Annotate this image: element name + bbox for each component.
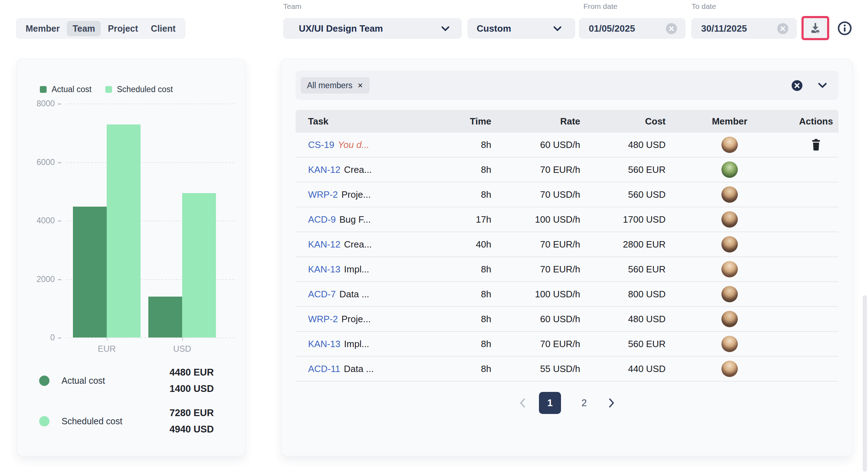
scrollbar-thumb[interactable] xyxy=(863,295,867,472)
task-link[interactable]: KAN-12 xyxy=(308,239,340,250)
member-avatar[interactable] xyxy=(721,161,738,178)
download-button-highlighted[interactable] xyxy=(801,16,829,40)
chart-legend-item: Actual cost xyxy=(40,85,92,94)
cost-cell: 480 USD xyxy=(580,314,666,325)
y-axis-tick-label: 8000 xyxy=(29,99,61,108)
team-select-value: UX/UI Design Team xyxy=(299,23,383,34)
time-cell: 40h xyxy=(452,239,491,250)
task-link[interactable]: WRP-2 xyxy=(308,314,338,324)
member-avatar[interactable] xyxy=(721,236,738,253)
report-type-tab[interactable]: Team xyxy=(67,21,101,36)
period-select[interactable]: Custom xyxy=(467,18,575,39)
member-cell xyxy=(666,236,794,253)
time-cell: 8h xyxy=(452,314,491,325)
task-link[interactable]: ACD-7 xyxy=(308,289,336,299)
task-link[interactable]: KAN-13 xyxy=(308,264,340,275)
page-button[interactable]: 1 xyxy=(539,392,561,414)
rate-cell: 70 EUR/h xyxy=(491,164,580,175)
to-date-label: To date xyxy=(692,2,716,11)
grouped-bar-chart: 02000400060008000EURUSD xyxy=(66,103,224,338)
member-avatar[interactable] xyxy=(721,261,738,277)
chevron-down-icon xyxy=(441,26,450,31)
info-icon[interactable] xyxy=(837,21,852,36)
summary-value-usd: 1400 USD xyxy=(169,381,214,397)
table-header-cell: Actions xyxy=(794,116,838,127)
task-name: Proje... xyxy=(342,314,371,324)
task-link[interactable]: KAN-12 xyxy=(308,164,340,175)
summary-row: Actual cost 4480 EUR 1400 USD xyxy=(39,364,214,397)
cost-report-page: Member Team Project Client Team UX/UI De… xyxy=(0,0,868,473)
member-avatar[interactable] xyxy=(721,311,738,327)
summary-value-eur: 4480 EUR xyxy=(169,364,214,381)
rate-cell: 55 USD/h xyxy=(491,363,580,374)
table-header: Task Time Rate Cost Member Actions xyxy=(296,110,838,133)
task-link[interactable]: ACD-11 xyxy=(308,363,340,374)
table-row: ACD-9Bug F... 17h 100 USD/h 1700 USD xyxy=(296,207,838,232)
clear-to-date-icon[interactable] xyxy=(777,23,788,34)
summary-values: 7280 EUR 4940 USD xyxy=(169,405,214,437)
team-select[interactable]: UX/UI Design Team xyxy=(283,18,462,39)
cost-cell: 480 USD xyxy=(580,139,666,150)
summary-row: Scheduled cost 7280 EUR 4940 USD xyxy=(39,405,214,437)
member-avatar[interactable] xyxy=(721,211,738,228)
clear-all-icon[interactable] xyxy=(791,80,803,91)
member-avatar[interactable] xyxy=(721,361,738,377)
member-avatar[interactable] xyxy=(721,137,738,153)
next-page-icon[interactable] xyxy=(607,392,616,414)
task-name: Data ... xyxy=(344,363,374,374)
x-axis-category-label: USD xyxy=(163,344,202,354)
cost-cell: 2800 EUR xyxy=(580,239,666,250)
remove-chip-icon[interactable]: ✕ xyxy=(358,81,363,90)
member-avatar[interactable] xyxy=(721,286,738,302)
team-field-label: Team xyxy=(283,2,301,11)
members-filter-bar[interactable]: All members ✕ xyxy=(296,71,838,100)
member-cell xyxy=(666,137,794,153)
table-row: KAN-13Impl... 8h 70 EUR/h 560 EUR xyxy=(296,332,838,357)
summary-value-usd: 4940 USD xyxy=(169,421,214,437)
task-cell: WRP-2Proje... xyxy=(296,314,452,325)
task-link[interactable]: KAN-13 xyxy=(308,339,340,349)
table-row: WRP-2Proje... 8h 60 USD/h 480 USD xyxy=(296,307,838,332)
report-type-tab[interactable]: Project xyxy=(102,21,144,36)
rate-cell: 70 USD/h xyxy=(491,189,580,200)
task-link[interactable]: ACD-9 xyxy=(308,214,336,225)
time-cell: 17h xyxy=(452,214,491,225)
task-name: Proje... xyxy=(342,189,371,200)
member-avatar[interactable] xyxy=(721,186,738,203)
time-cell: 8h xyxy=(452,189,491,200)
chart-legend: Actual cost Scheduled cost xyxy=(40,85,173,94)
table-row: WRP-2Proje... 8h 70 USD/h 560 USD xyxy=(296,182,838,207)
task-cell: KAN-13Impl... xyxy=(296,264,452,275)
delete-icon[interactable] xyxy=(811,139,821,151)
cost-table-card: All members ✕ Task Time Rate Cost xyxy=(281,59,852,456)
table-row: KAN-12Crea... 40h 70 EUR/h 2800 EUR xyxy=(296,232,838,257)
summary-value-eur: 7280 EUR xyxy=(169,405,214,421)
download-icon xyxy=(809,21,822,35)
all-members-chip[interactable]: All members ✕ xyxy=(301,77,370,94)
summary-color-dot xyxy=(39,416,49,426)
task-name: Bug F... xyxy=(339,214,371,225)
legend-swatch xyxy=(105,86,112,93)
page-button[interactable]: 2 xyxy=(573,392,595,414)
summary-values: 4480 EUR 1400 USD xyxy=(169,364,214,397)
cost-cell: 560 EUR xyxy=(580,339,666,350)
member-avatar[interactable] xyxy=(721,336,738,352)
time-cell: 8h xyxy=(452,339,491,350)
previous-page-icon[interactable] xyxy=(518,392,527,414)
task-link[interactable]: WRP-2 xyxy=(308,189,338,200)
time-cell: 8h xyxy=(452,289,491,300)
all-members-chip-label: All members xyxy=(307,81,353,90)
from-date-field[interactable]: 01/05/2025 xyxy=(579,18,686,39)
table-row: ACD-11Data ... 8h 55 USD/h 440 USD xyxy=(296,357,838,382)
task-link[interactable]: CS-19 xyxy=(308,139,334,150)
clear-from-date-icon[interactable] xyxy=(666,23,677,34)
report-type-tab[interactable]: Member xyxy=(20,21,65,36)
y-axis-tick-label: 6000 xyxy=(29,157,61,167)
member-cell xyxy=(666,336,794,352)
report-type-tab[interactable]: Client xyxy=(145,21,181,36)
to-date-field[interactable]: 30/11/2025 xyxy=(691,18,797,39)
chevron-down-icon[interactable] xyxy=(818,83,827,88)
actions-cell xyxy=(794,139,838,151)
period-select-value: Custom xyxy=(477,23,511,34)
table-header-cell: Cost xyxy=(580,116,666,127)
